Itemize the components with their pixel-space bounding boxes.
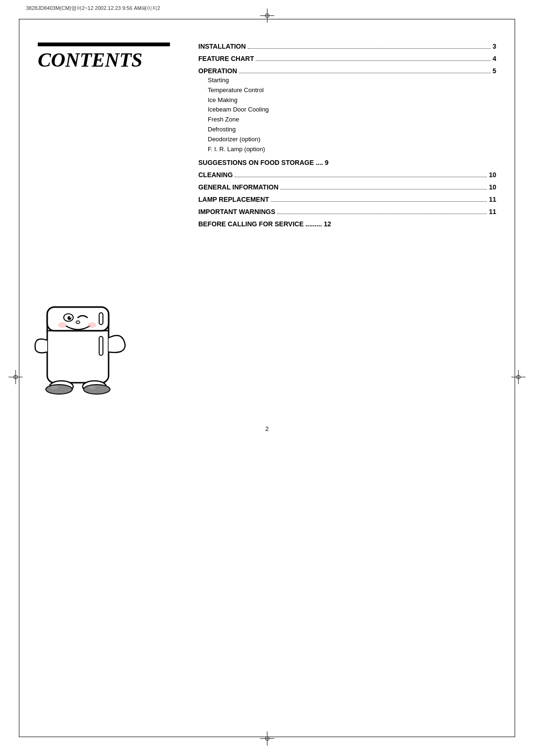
toc-label-general-information: GENERAL INFORMATION — [198, 183, 279, 191]
toc-dots-feature-chart — [256, 60, 491, 61]
toc-page-cleaning: 10 — [489, 171, 496, 179]
toc-dots-lamp-replacement — [271, 201, 487, 202]
toc-label-lamp-replacement: LAMP REPLACEMENT — [198, 196, 269, 203]
crosshair-bottom-icon — [260, 731, 274, 747]
svg-point-17 — [84, 385, 110, 394]
page-number: 2 — [265, 425, 269, 432]
svg-point-18 — [51, 386, 58, 389]
toc-entry-installation: INSTALLATION 3 — [198, 43, 496, 50]
toc-label-feature-chart: FEATURE CHART — [198, 55, 254, 62]
toc-entry-lamp-replacement: LAMP REPLACEMENT 11 — [198, 196, 496, 203]
toc-sub-starting: Starting — [208, 76, 496, 86]
page-title: CONTENTS — [38, 49, 179, 71]
toc-sub-fresh-zone: Fresh Zone — [208, 115, 496, 125]
svg-rect-6 — [99, 313, 103, 325]
svg-point-11 — [76, 321, 80, 324]
toc-label-important-warnings: IMPORTANT WARNINGS — [198, 208, 275, 215]
toc-label-before-calling: BEFORE CALLING FOR SERVICE ......... 12 — [198, 220, 496, 228]
refrigerator-mascot-icon — [28, 293, 132, 406]
toc-entry-feature-chart: FEATURE CHART 4 — [198, 55, 496, 62]
contents-title-bar — [38, 43, 170, 46]
header-meta: 3828JD8403M(CM)영어2~12 2002.12.23 9:56 AM… — [26, 5, 160, 12]
toc-page-feature-chart: 4 — [492, 55, 496, 62]
toc-entry-general-information: GENERAL INFORMATION 10 — [198, 183, 496, 191]
toc-entry-cleaning: CLEANING 10 — [198, 171, 496, 179]
mascot-image — [28, 293, 161, 416]
toc-entry-operation: OPERATION 5 Starting Temperature Control… — [198, 67, 496, 154]
toc-label-cleaning: CLEANING — [198, 171, 233, 179]
crosshair-top-icon — [260, 9, 274, 25]
toc-dots-important-warnings — [277, 214, 487, 214]
toc-sub-items-operation: Starting Temperature Control Ice Making … — [208, 76, 496, 154]
toc-label-operation: OPERATION — [198, 67, 237, 75]
toc-entry-suggestions: SUGGESTIONS ON FOOD STORAGE .... 9 — [198, 159, 496, 166]
svg-point-12 — [58, 322, 67, 328]
svg-point-13 — [88, 322, 96, 328]
contents-title-block: CONTENTS — [38, 43, 179, 71]
toc-page-lamp-replacement: 11 — [489, 196, 496, 203]
toc-page-general-information: 10 — [489, 183, 496, 191]
toc-entry-before-calling: BEFORE CALLING FOR SERVICE ......... 12 — [198, 220, 496, 228]
toc-sub-temperature: Temperature Control — [208, 86, 496, 95]
crosshair-left-icon — [8, 370, 23, 386]
toc-sub-defrosting: Defrosting — [208, 125, 496, 135]
toc-dots-cleaning — [235, 177, 487, 177]
toc-dots-general-information — [280, 189, 487, 189]
toc-label-installation: INSTALLATION — [198, 43, 246, 50]
toc-page-installation: 3 — [492, 43, 496, 50]
table-of-contents: INSTALLATION 3 FEATURE CHART 4 OPERATION… — [198, 43, 496, 232]
svg-point-19 — [88, 386, 96, 389]
svg-point-10 — [70, 317, 71, 318]
toc-sub-fir-lamp: F. I. R. Lamp (option) — [208, 145, 496, 155]
toc-page-operation: 5 — [492, 67, 496, 75]
crosshair-right-icon — [511, 370, 526, 386]
toc-dots-installation — [248, 48, 491, 49]
svg-point-15 — [46, 385, 72, 394]
toc-page-important-warnings: 11 — [489, 208, 496, 215]
toc-sub-ice-making: Ice Making — [208, 95, 496, 105]
toc-sub-icebeam: Icebeam Door Cooling — [208, 105, 496, 115]
toc-sub-deodorizer: Deodorizer (option) — [208, 135, 496, 145]
toc-dots-operation — [239, 73, 491, 73]
toc-label-suggestions: SUGGESTIONS ON FOOD STORAGE .... 9 — [198, 159, 496, 166]
toc-entry-important-warnings: IMPORTANT WARNINGS 11 — [198, 208, 496, 215]
svg-rect-7 — [99, 336, 103, 355]
